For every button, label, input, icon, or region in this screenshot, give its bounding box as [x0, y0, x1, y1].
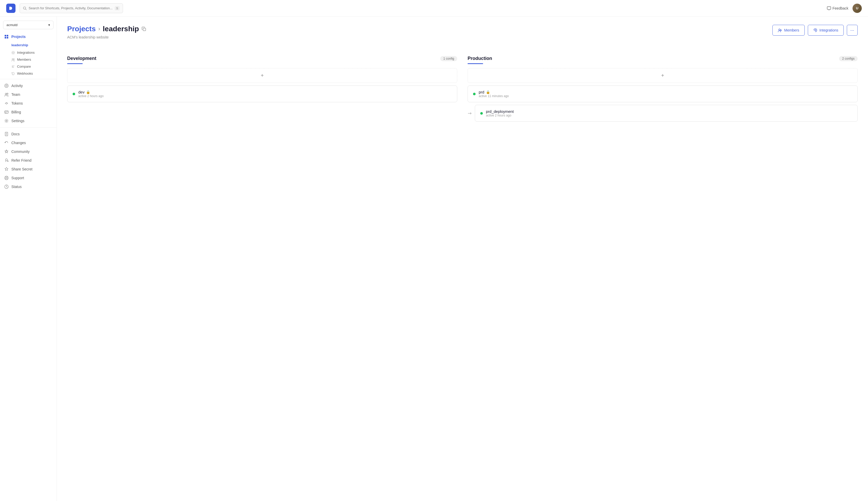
prd-config-card[interactable]: prd 🔒 active 11 minutes ago: [468, 85, 858, 102]
webhooks-sub-label: Webhooks: [17, 72, 33, 75]
integrations-sub-label: Integrations: [17, 51, 35, 54]
share-secret-label: Share Secret: [11, 167, 33, 171]
sidebar-item-support[interactable]: Support: [0, 173, 56, 182]
svg-point-17: [7, 93, 8, 95]
org-selector[interactable]: acmutd ▾: [3, 21, 53, 29]
sidebar-item-docs[interactable]: Docs: [0, 130, 56, 138]
app-logo[interactable]: [6, 4, 15, 13]
sidebar-sub-integrations[interactable]: Integrations: [11, 49, 56, 56]
svg-rect-4: [5, 37, 6, 39]
production-title: Production: [468, 56, 492, 61]
user-avatar[interactable]: U: [853, 4, 862, 13]
prd-deployment-name: prd_deployment: [486, 109, 852, 114]
refer-icon: [4, 158, 9, 163]
activity-icon: [4, 83, 9, 88]
svg-point-8: [12, 58, 13, 60]
add-prd-icon: +: [661, 73, 664, 78]
sidebar-item-settings[interactable]: Settings: [0, 116, 56, 125]
svg-point-46: [815, 30, 816, 31]
svg-point-15: [6, 85, 7, 86]
tokens-icon: [4, 101, 9, 106]
development-badge: 1 config: [440, 56, 457, 61]
members-btn-label: Members: [784, 28, 799, 32]
more-options-label: ···: [850, 28, 854, 33]
prd-config-time: active 11 minutes ago: [479, 94, 852, 98]
header-buttons: Members Integrations ···: [772, 25, 858, 36]
svg-point-6: [12, 52, 14, 53]
sidebar-item-status[interactable]: Status: [0, 182, 56, 191]
compare-icon: [11, 65, 15, 68]
search-input[interactable]: [29, 6, 113, 10]
copy-icon[interactable]: [141, 26, 146, 31]
sidebar: acmutd ▾ Projects leadership: [0, 17, 57, 501]
prd-deployment-status-dot: [480, 112, 483, 115]
integrations-icon: [11, 51, 15, 54]
sidebar-item-share-secret[interactable]: Share Secret: [0, 165, 56, 173]
dev-status-dot: [73, 93, 75, 95]
members-button[interactable]: Members: [772, 25, 804, 36]
breadcrumb: Projects › leadership: [67, 25, 146, 33]
sidebar-item-tokens[interactable]: Tokens: [0, 99, 56, 108]
sidebar-divider-2: [0, 127, 56, 128]
sidebar-item-activity[interactable]: Activity: [0, 81, 56, 90]
org-name: acmutd: [7, 23, 18, 27]
support-icon: [4, 175, 9, 180]
svg-point-14: [5, 84, 8, 87]
sidebar-item-refer[interactable]: Refer Friend: [0, 156, 56, 165]
add-prd-config-button[interactable]: +: [468, 68, 858, 83]
feedback-label: Feedback: [833, 6, 848, 10]
more-options-button[interactable]: ···: [847, 25, 858, 36]
sidebar-item-leadership[interactable]: leadership: [7, 41, 56, 49]
development-title: Development: [67, 56, 96, 61]
prd-deployment-time: active 2 hours ago: [486, 114, 852, 117]
search-icon: [23, 7, 27, 10]
sidebar-item-community[interactable]: Community: [0, 147, 56, 156]
team-label: Team: [11, 93, 20, 97]
feedback-button[interactable]: Feedback: [827, 6, 848, 10]
svg-line-37: [5, 179, 6, 179]
main-content: Projects › leadership ACM's leadership w…: [57, 17, 868, 501]
integrations-button[interactable]: Integrations: [808, 25, 844, 36]
svg-line-38: [7, 179, 8, 179]
search-kbd: S: [115, 6, 120, 10]
prd-deployment-config-card[interactable]: prd_deployment active 2 hours ago: [475, 105, 858, 121]
sidebar-sub-members[interactable]: Members: [11, 56, 56, 63]
production-header: Production 2 configs: [468, 56, 858, 61]
production-badge: 2 configs: [839, 56, 858, 61]
sidebar-item-billing[interactable]: Billing: [0, 108, 56, 116]
sidebar-item-projects[interactable]: Projects: [0, 32, 56, 41]
status-icon: [4, 184, 9, 189]
sidebar-sub-webhooks[interactable]: Webhooks: [11, 70, 56, 77]
support-label: Support: [11, 176, 24, 180]
search-bar[interactable]: S: [20, 3, 123, 13]
topbar-right: Feedback U: [827, 4, 862, 13]
integrations-btn-icon: [813, 28, 817, 32]
status-label: Status: [11, 185, 22, 189]
sidebar-sub-compare[interactable]: Compare: [11, 63, 56, 70]
production-underline: [468, 63, 483, 64]
svg-rect-3: [7, 35, 8, 36]
svg-line-1: [25, 9, 27, 10]
sidebar-item-changes[interactable]: Changes: [0, 138, 56, 147]
branch-arrow-icon: [468, 111, 473, 116]
svg-point-34: [6, 177, 7, 179]
dev-config-name: dev 🔒: [78, 90, 452, 94]
breadcrumb-current: leadership: [103, 25, 139, 33]
members-icon: [11, 58, 15, 62]
add-dev-config-button[interactable]: +: [67, 68, 457, 83]
dev-config-card[interactable]: dev 🔒 active 2 hours ago: [67, 85, 457, 102]
changes-icon: [4, 140, 9, 145]
compare-sub-label: Compare: [17, 65, 31, 68]
feedback-icon: [827, 6, 831, 10]
share-secret-icon: [4, 167, 9, 171]
prd-config-info: prd 🔒 active 11 minutes ago: [479, 90, 852, 98]
dev-lock-icon: 🔒: [86, 90, 90, 94]
project-description: ACM's leadership website: [67, 35, 146, 39]
billing-icon: [4, 110, 9, 114]
main-layout: acmutd ▾ Projects leadership: [0, 17, 868, 501]
projects-breadcrumb[interactable]: Projects: [67, 25, 96, 33]
settings-label: Settings: [11, 119, 24, 123]
sidebar-item-team[interactable]: Team: [0, 90, 56, 99]
settings-icon: [4, 118, 9, 123]
add-dev-icon: +: [261, 73, 264, 78]
